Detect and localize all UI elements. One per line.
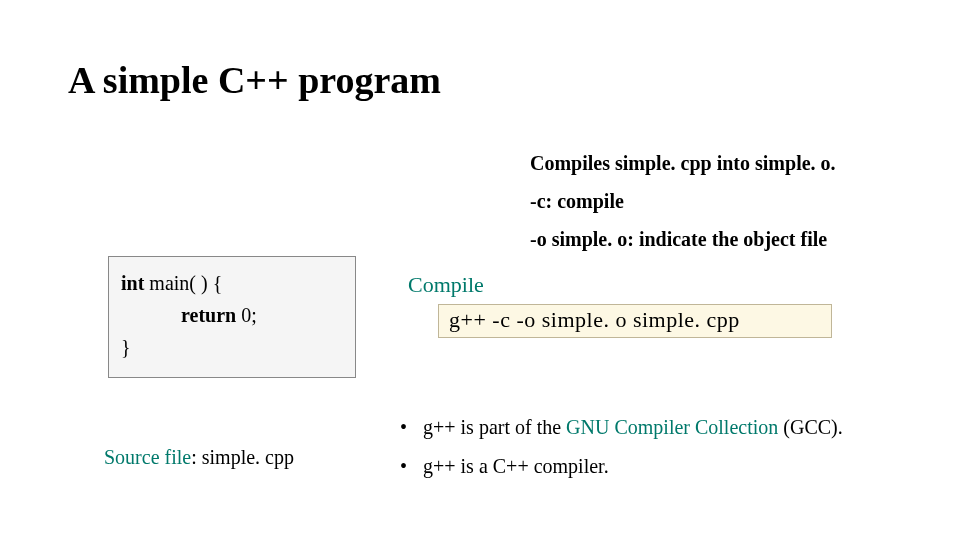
source-file-label: Source file: simple. cpp xyxy=(104,446,294,469)
gnu-text: GNU Compiler Collection xyxy=(566,416,778,438)
annotation-o-flag: -o simple. o: indicate the object file xyxy=(530,228,827,251)
code-keyword-int: int xyxy=(121,272,144,294)
code-box: int main( ) { return 0; } xyxy=(108,256,356,378)
source-rest: : simple. cpp xyxy=(191,446,294,468)
code-line-1: int main( ) { xyxy=(121,267,343,299)
bullet-item-1: • g++ is part of the GNU Compiler Collec… xyxy=(400,416,843,439)
bullet-dot-icon: • xyxy=(400,455,418,478)
command-box: g++ -c -o simple. o simple. cpp xyxy=(438,304,832,338)
bullet-list: • g++ is part of the GNU Compiler Collec… xyxy=(400,416,843,494)
code-text: 0; xyxy=(236,304,257,326)
bullet-text: g++ is part of the xyxy=(423,416,566,438)
annotation-c-flag: -c: compile xyxy=(530,190,624,213)
code-line-2: return 0; xyxy=(121,299,343,331)
annotation-compiles: Compiles simple. cpp into simple. o. xyxy=(530,152,836,175)
code-line-3: } xyxy=(121,331,343,363)
code-text: main( ) { xyxy=(144,272,222,294)
slide-title: A simple C++ program xyxy=(68,58,441,102)
bullet-text: (GCC). xyxy=(778,416,842,438)
bullet-text: g++ is a C++ compiler. xyxy=(423,455,609,477)
bullet-dot-icon: • xyxy=(400,416,418,439)
bullet-item-2: • g++ is a C++ compiler. xyxy=(400,455,843,478)
code-keyword-return: return xyxy=(181,304,236,326)
source-prefix: Source file xyxy=(104,446,191,468)
compile-label: Compile xyxy=(408,272,484,298)
